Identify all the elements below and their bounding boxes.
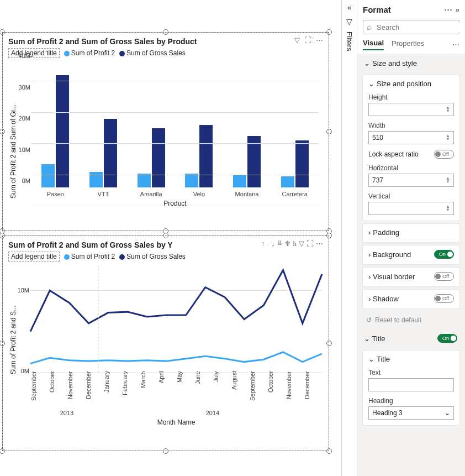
- toggle-shadow[interactable]: Off: [434, 294, 454, 303]
- x-tick-label: May: [176, 371, 194, 404]
- input-horizontal[interactable]: 737▲▼: [368, 174, 454, 187]
- label-horizontal: Horizontal: [368, 164, 454, 172]
- report-canvas[interactable]: Sum of Profit 2 and Sum of Gross Sales b…: [0, 0, 341, 476]
- resize-handle[interactable]: [326, 29, 332, 35]
- resize-handle[interactable]: [326, 129, 332, 134]
- drill-up-icon[interactable]: ↑: [261, 239, 265, 248]
- more-options-icon[interactable]: ⋯: [444, 4, 452, 14]
- format-pane: Format ⋯ » ⌕ Visual Properties ⋯ ⌄ Size …: [357, 0, 465, 476]
- x-tick-label: October: [267, 371, 286, 404]
- x-tick-label: September: [249, 371, 267, 404]
- resize-handle[interactable]: [326, 233, 332, 238]
- x-tick-label: November: [67, 371, 85, 404]
- toggle-background[interactable]: On: [434, 250, 454, 259]
- search-input[interactable]: [376, 23, 465, 32]
- chevron-down-icon: ⌄: [368, 355, 374, 363]
- label-lock-aspect: Lock aspect ratio: [368, 150, 419, 158]
- spinner-icon[interactable]: ▲▼: [446, 134, 450, 141]
- legend-title-placeholder[interactable]: Add legend title: [8, 252, 60, 261]
- x-tick-label: November: [286, 371, 304, 404]
- resize-handle[interactable]: [163, 448, 168, 454]
- format-search[interactable]: ⌕: [363, 20, 459, 34]
- resize-handle[interactable]: [163, 233, 168, 238]
- toggle-title[interactable]: On: [437, 334, 457, 343]
- bar-chart-visual[interactable]: Sum of Profit 2 and Sum of Gross Sales b…: [2, 32, 329, 231]
- section-size-and-style[interactable]: ⌄ Size and style: [360, 54, 463, 72]
- input-title-text[interactable]: [368, 378, 454, 391]
- select-heading[interactable]: Heading 3⌄: [368, 406, 454, 420]
- y-tick-label: 10M: [18, 287, 29, 294]
- card-visual-border[interactable]: › Visual border Off: [368, 272, 454, 281]
- reset-to-default[interactable]: ↺ Reset to default: [360, 312, 463, 328]
- bar-profit[interactable]: [138, 174, 151, 187]
- y-tick-label: 0M: [22, 177, 30, 184]
- y-tick-label: 40M: [19, 53, 30, 59]
- line-chart-visual[interactable]: Sum of Profit 2 and Sum of Gross Sales b…: [2, 236, 329, 451]
- chevron-down-icon: ⌄: [445, 409, 450, 417]
- toggle-visual-border[interactable]: Off: [434, 272, 454, 281]
- label-width: Width: [368, 122, 454, 129]
- resize-handle[interactable]: [326, 448, 332, 454]
- card-background[interactable]: › Background On: [368, 250, 454, 259]
- label-title-text: Text: [368, 369, 454, 376]
- bar-gross[interactable]: [56, 75, 69, 187]
- spinner-icon[interactable]: ▲▼: [446, 205, 450, 212]
- card-title[interactable]: ⌄ Title: [368, 355, 454, 363]
- filter-icon[interactable]: ▽: [346, 17, 352, 26]
- spinner-icon[interactable]: ▲▼: [446, 177, 450, 184]
- card-size-and-position[interactable]: ⌄ Size and position: [368, 80, 454, 88]
- input-height[interactable]: ▲▼: [368, 103, 454, 116]
- focus-mode-icon[interactable]: ⛶: [307, 239, 314, 248]
- bar-gross[interactable]: [104, 119, 117, 187]
- expand-pane-icon[interactable]: »: [456, 6, 459, 14]
- focus-mode-icon[interactable]: ⛶: [304, 36, 311, 44]
- bar-profit[interactable]: [233, 175, 246, 187]
- chevron-right-icon: ›: [368, 228, 371, 237]
- line-series[interactable]: [30, 270, 322, 331]
- tab-properties[interactable]: Properties: [392, 39, 424, 50]
- bar-gross[interactable]: [152, 128, 165, 187]
- resize-handle[interactable]: [326, 341, 332, 346]
- drill-down-icon[interactable]: ↓: [271, 239, 275, 248]
- section-title[interactable]: ⌄ Title On: [360, 328, 463, 347]
- legend-item: Sum of Profit 2: [64, 49, 115, 57]
- input-vertical[interactable]: ▲▼: [368, 202, 454, 215]
- filters-pane-collapsed[interactable]: « ▽ Filters: [341, 0, 357, 476]
- bar-plot-area: 0M10M20M30M40M PaseoVTTAmarillaVeloMonta…: [31, 62, 319, 206]
- resize-handle[interactable]: [163, 29, 168, 35]
- resize-handle[interactable]: [0, 129, 5, 134]
- hierarchy-icon[interactable]: h: [293, 239, 297, 248]
- bar-gross[interactable]: [295, 140, 309, 187]
- collapse-filters-icon[interactable]: «: [347, 3, 351, 12]
- y-tick-label: 10M: [19, 147, 30, 153]
- bar-profit[interactable]: [281, 176, 294, 187]
- bar-profit[interactable]: [41, 164, 55, 187]
- more-options-icon[interactable]: ⋯: [316, 239, 323, 248]
- x-tick-label: Carretera: [271, 191, 319, 197]
- resize-handle[interactable]: [0, 448, 5, 454]
- expand-all-icon[interactable]: ♆: [284, 239, 291, 248]
- chevron-down-icon: ⌄: [364, 59, 370, 67]
- drill-toggle-icon[interactable]: ·: [267, 239, 269, 248]
- filter-icon[interactable]: ▽: [294, 36, 300, 44]
- card-shadow[interactable]: › Shadow Off: [368, 294, 454, 303]
- input-width[interactable]: 510▲▼: [368, 131, 454, 144]
- legend-title-placeholder[interactable]: Add legend title: [8, 48, 60, 58]
- resize-handle[interactable]: [0, 341, 5, 346]
- x-tick-label: VTT: [80, 191, 128, 197]
- card-padding[interactable]: › Padding: [368, 228, 454, 237]
- line-series[interactable]: [30, 352, 322, 364]
- filter-icon[interactable]: ▽: [299, 239, 304, 248]
- label-vertical: Vertical: [368, 192, 454, 200]
- toggle-lock-aspect[interactable]: Off: [434, 150, 454, 159]
- expand-level-icon[interactable]: ⇊: [277, 239, 282, 248]
- bar-profit[interactable]: [185, 174, 198, 187]
- spinner-icon[interactable]: ▲▼: [446, 106, 450, 113]
- more-options-icon[interactable]: ⋯: [316, 36, 323, 44]
- bar-gross[interactable]: [199, 125, 213, 187]
- tab-visual[interactable]: Visual: [363, 39, 384, 50]
- x-tick-label: Velo: [175, 191, 223, 197]
- y-tick-label: 0M: [21, 368, 29, 374]
- more-tabs-icon[interactable]: ⋯: [452, 40, 459, 49]
- x-tick-label: December: [304, 371, 322, 404]
